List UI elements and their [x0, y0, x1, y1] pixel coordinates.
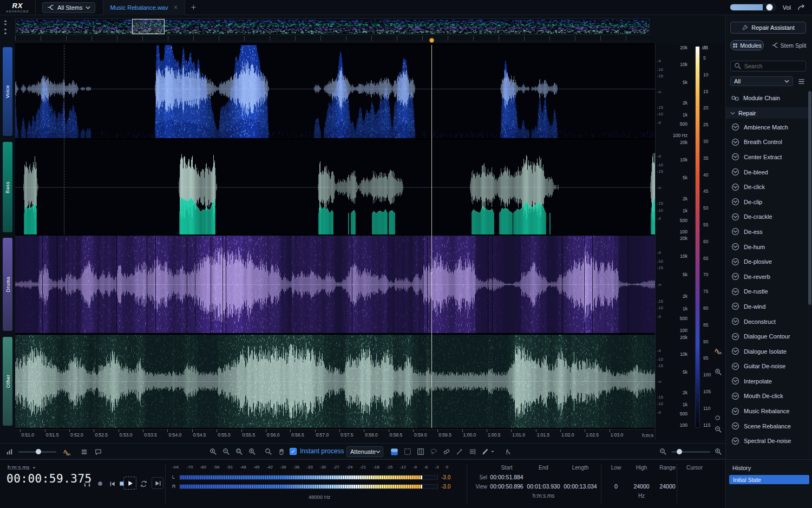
- process-mode-select[interactable]: Attenuate: [346, 446, 383, 457]
- module-item[interactable]: De-ess: [726, 224, 808, 239]
- share-icon[interactable]: [797, 3, 806, 11]
- time-format-select[interactable]: h:m:s.ms: [8, 465, 36, 471]
- output-level-icon[interactable]: [4, 447, 14, 457]
- hzoom-out-icon[interactable]: [658, 447, 668, 457]
- magic-wand-icon[interactable]: [455, 447, 464, 457]
- new-tab-icon[interactable]: [191, 4, 197, 10]
- play-selection-button[interactable]: [152, 477, 163, 489]
- hzoom-knob[interactable]: [677, 449, 682, 454]
- finger-tool-icon[interactable]: [502, 447, 512, 457]
- vertical-zoom-out-icon[interactable]: [715, 426, 722, 433]
- hzoom-in-icon[interactable]: [713, 447, 723, 457]
- module-item[interactable]: Deconstruct: [726, 314, 808, 329]
- track-tab-drums[interactable]: Drums: [3, 238, 12, 331]
- circle-toggle-icon[interactable]: [715, 415, 721, 421]
- playhead-line[interactable]: [431, 45, 432, 428]
- module-search[interactable]: [730, 61, 806, 71]
- module-item[interactable]: De-click: [726, 179, 808, 194]
- headphones-icon[interactable]: [82, 479, 92, 489]
- panel-scrollbar-thumb[interactable]: [808, 91, 811, 305]
- gain-slider[interactable]: [18, 451, 56, 453]
- time-freq-select-icon[interactable]: [403, 447, 412, 457]
- harmonic-select-icon[interactable]: [468, 447, 477, 457]
- play-button[interactable]: [123, 477, 136, 490]
- spectrogram-voice[interactable]: [15, 45, 655, 138]
- module-item[interactable]: Scene Rebalance: [726, 419, 808, 434]
- color-swatch-icon[interactable]: [389, 447, 399, 457]
- tab-modules[interactable]: Modules: [730, 40, 764, 50]
- amp-scale-label: -15: [657, 395, 663, 400]
- brush-options-caret-icon[interactable]: [490, 447, 495, 457]
- category-select[interactable]: All: [730, 76, 793, 86]
- layout-icon[interactable]: [79, 447, 89, 457]
- spectrogram-bass[interactable]: [15, 140, 655, 235]
- module-item[interactable]: De-crackle: [726, 210, 808, 225]
- volume-slider[interactable]: [730, 4, 776, 11]
- overview-selection[interactable]: [132, 19, 165, 34]
- module-item[interactable]: De-plosive: [726, 254, 808, 269]
- module-item[interactable]: Spectral De-noise: [726, 433, 808, 448]
- meter-scale-label: -24: [346, 465, 353, 470]
- module-item[interactable]: Music Rebalance: [726, 403, 808, 419]
- record-icon[interactable]: [95, 479, 105, 489]
- zoom-tool-icon[interactable]: [264, 447, 273, 457]
- playhead-handle[interactable]: [429, 38, 434, 43]
- menu-icon[interactable]: [796, 77, 806, 86]
- module-item[interactable]: Ambience Match: [726, 120, 808, 135]
- module-item[interactable]: Guitar De-noise: [726, 359, 808, 374]
- close-icon[interactable]: [173, 5, 178, 10]
- module-chain-item[interactable]: Module Chain: [726, 92, 812, 104]
- comments-icon[interactable]: [93, 447, 103, 457]
- instant-process-checkbox[interactable]: ✓: [290, 448, 297, 455]
- eraser-tool-icon[interactable]: [442, 447, 451, 457]
- module-item[interactable]: Dialogue Isolate: [726, 344, 808, 359]
- volume-knob[interactable]: [766, 4, 773, 11]
- track-tab-voice[interactable]: Voice: [3, 47, 12, 136]
- skip-start-button[interactable]: [107, 479, 117, 489]
- zoom-fit-icon[interactable]: [247, 447, 257, 457]
- module-item[interactable]: De-rustle: [726, 284, 808, 299]
- vertical-zoom-in-icon[interactable]: [715, 368, 722, 376]
- time-select-icon[interactable]: [416, 447, 425, 457]
- module-icon: [731, 258, 739, 266]
- spectrogram-drums[interactable]: [15, 236, 655, 333]
- spectrogram-settings-icon[interactable]: [63, 447, 73, 457]
- module-item[interactable]: De-reverb: [726, 269, 808, 284]
- history-item[interactable]: Initial State: [729, 475, 809, 484]
- instant-process-toggle[interactable]: ✓ Instant process: [290, 447, 344, 455]
- file-tab[interactable]: Music Rebalance.wav: [103, 0, 185, 15]
- module-item[interactable]: Mouth De-click: [726, 389, 808, 404]
- fit-tracks-icon[interactable]: [2, 28, 13, 35]
- repair-assistant-button[interactable]: Repair Assistant: [730, 22, 806, 34]
- gain-slider-knob[interactable]: [36, 449, 41, 454]
- time-ruler[interactable]: h:m:s 0:51.00:51.50:52.00:52.50:53.00:53…: [15, 429, 655, 440]
- spectrogram-other[interactable]: [15, 335, 655, 428]
- module-item[interactable]: De-hum: [726, 239, 808, 255]
- section-repair[interactable]: Repair: [726, 107, 812, 119]
- lasso-tool-icon[interactable]: [429, 447, 438, 457]
- module-item[interactable]: De-clip: [726, 194, 808, 210]
- hzoom-slider[interactable]: [671, 451, 710, 453]
- hand-tool-icon[interactable]: [277, 447, 286, 457]
- loop-button[interactable]: [139, 479, 148, 489]
- track-tab-bass[interactable]: Bass: [3, 142, 12, 232]
- zoom-selection-icon[interactable]: [234, 447, 244, 457]
- zoom-out-icon[interactable]: [221, 447, 231, 457]
- db-scale-label: 15: [703, 89, 708, 94]
- spectrogram-settings-icon[interactable]: [715, 347, 723, 354]
- track-tab-other[interactable]: Other: [3, 337, 12, 426]
- amp-scale-label: -10: [657, 401, 663, 406]
- module-item[interactable]: Center Extract: [726, 149, 808, 165]
- module-item[interactable]: De-bleed: [726, 165, 808, 180]
- module-item[interactable]: Dialogue Contour: [726, 329, 808, 344]
- search-input[interactable]: [744, 63, 802, 69]
- module-item[interactable]: Breath Control: [726, 135, 808, 150]
- module-item[interactable]: Interpolate: [726, 374, 808, 389]
- overview-strip[interactable]: [15, 18, 650, 35]
- zoom-in-icon[interactable]: [208, 447, 218, 457]
- tab-stem-split[interactable]: Stem Split: [769, 40, 808, 50]
- expand-tracks-icon[interactable]: [2, 19, 13, 26]
- brush-tool-icon[interactable]: [481, 447, 490, 457]
- stems-selector[interactable]: All Stems: [42, 2, 95, 13]
- module-item[interactable]: De-wind: [726, 299, 808, 314]
